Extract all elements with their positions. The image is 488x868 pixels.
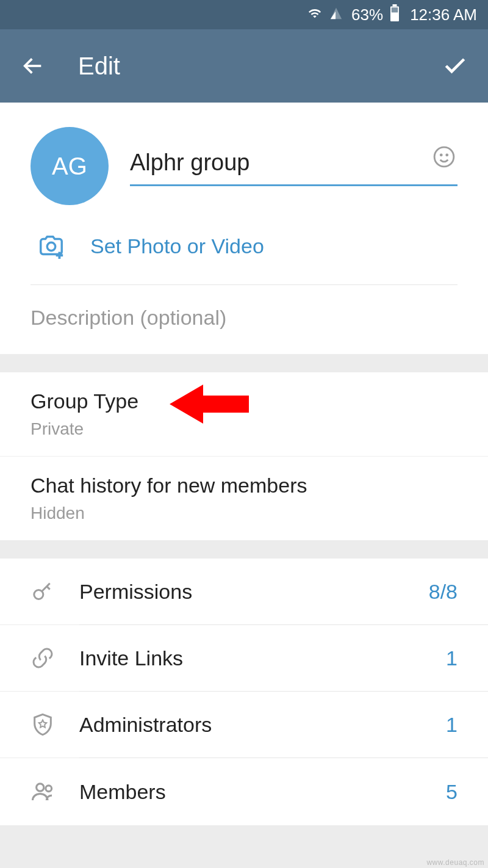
page-title: Edit [78, 52, 410, 80]
description-input[interactable]: Description (optional) [30, 285, 458, 354]
administrators-label: Administrators [79, 713, 446, 737]
members-value: 5 [446, 780, 458, 804]
chat-history-title: Chat history for new members [30, 474, 458, 497]
battery-icon [389, 4, 400, 26]
status-time: 12:36 AM [410, 5, 477, 24]
members-row[interactable]: Members 5 [0, 758, 488, 825]
chat-history-row[interactable]: Chat history for new members Hidden [0, 457, 488, 540]
profile-section: AG Set Photo or Video Description (optio… [0, 103, 488, 354]
group-type-title: Group Type [30, 389, 458, 413]
svg-point-4 [440, 154, 442, 156]
shield-star-icon [30, 712, 79, 737]
svg-point-3 [434, 147, 454, 167]
invite-links-label: Invite Links [79, 646, 446, 670]
group-type-row[interactable]: Group Type Private [0, 372, 488, 457]
group-avatar[interactable]: AG [30, 127, 109, 205]
management-list: Permissions 8/8 Invite Links 1 Administr… [0, 559, 488, 825]
camera-icon [37, 232, 66, 260]
permissions-label: Permissions [79, 580, 429, 604]
group-type-value: Private [30, 419, 458, 439]
set-photo-row[interactable]: Set Photo or Video [30, 205, 458, 284]
back-button[interactable] [18, 51, 48, 81]
link-icon [30, 646, 79, 670]
svg-point-5 [447, 154, 448, 156]
app-bar: Edit [0, 29, 488, 103]
permissions-value: 8/8 [429, 580, 458, 604]
permissions-row[interactable]: Permissions 8/8 [0, 559, 488, 624]
signal-icon [329, 5, 343, 24]
section-gap [0, 540, 488, 559]
chat-history-value: Hidden [30, 504, 458, 523]
section-gap [0, 825, 488, 868]
wifi-icon [306, 5, 323, 24]
group-name-input[interactable] [130, 146, 458, 186]
svg-point-6 [47, 242, 55, 250]
battery-percentage: 63% [351, 5, 383, 24]
watermark: www.deuaq.com [426, 858, 484, 867]
status-bar: 63% 12:36 AM [0, 0, 488, 29]
svg-rect-1 [393, 4, 397, 7]
invite-links-row[interactable]: Invite Links 1 [0, 625, 488, 691]
emoji-button[interactable] [431, 143, 458, 170]
members-label: Members [79, 780, 446, 804]
administrators-row[interactable]: Administrators 1 [0, 692, 488, 758]
administrators-value: 1 [446, 713, 458, 737]
svg-rect-2 [392, 7, 398, 12]
key-icon [30, 579, 79, 604]
svg-point-11 [46, 786, 52, 792]
members-icon [30, 779, 79, 805]
confirm-button[interactable] [440, 51, 470, 81]
invite-links-value: 1 [446, 646, 458, 670]
section-gap [0, 354, 488, 372]
svg-point-10 [37, 784, 44, 791]
set-photo-label: Set Photo or Video [90, 234, 264, 258]
